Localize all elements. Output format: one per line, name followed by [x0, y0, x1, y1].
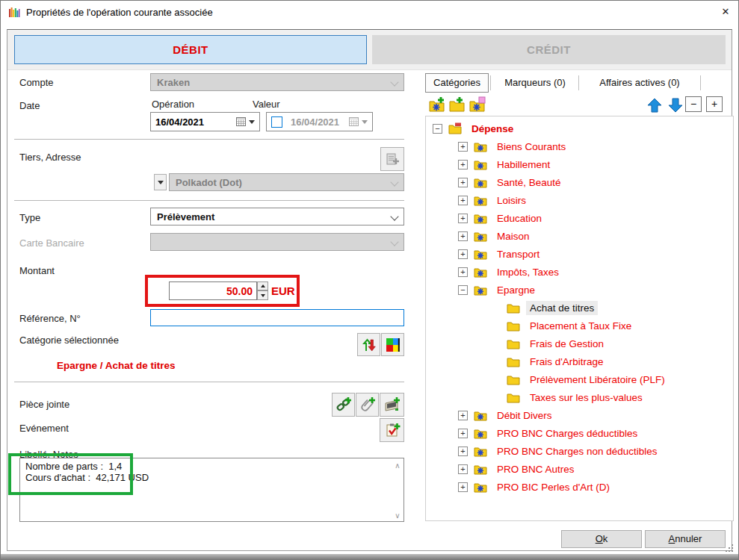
expand-icon[interactable]: +	[458, 411, 468, 420]
swap-arrows-icon	[362, 337, 377, 352]
tree-item[interactable]: +Maison	[426, 227, 733, 245]
operation-date-value[interactable]: 16/04/2021	[151, 116, 236, 128]
tree-item-label[interactable]: Débit Divers	[493, 408, 556, 423]
scroll-down-icon[interactable]: ∨	[393, 511, 402, 520]
ok-button[interactable]: Ok	[561, 530, 642, 548]
close-icon[interactable]: ✕	[713, 1, 738, 23]
montant-input[interactable]	[169, 281, 257, 300]
tree-item-label[interactable]: Education	[493, 211, 545, 225]
expand-icon[interactable]: +	[458, 178, 468, 187]
spin-up-button[interactable]	[257, 281, 268, 290]
folder-icon	[474, 481, 487, 493]
collapse-icon[interactable]: −	[433, 124, 442, 134]
add-image-button[interactable]	[380, 393, 404, 417]
tab-debit[interactable]: DÉBIT	[14, 35, 367, 64]
tiers-history-button[interactable]	[154, 174, 167, 190]
tree-item-label[interactable]: Transport	[493, 247, 543, 261]
expand-icon[interactable]: +	[458, 249, 468, 259]
separator	[14, 382, 404, 382]
move-up-button[interactable]	[645, 96, 664, 115]
tree-item[interactable]: Achat de titres	[426, 299, 733, 317]
resize-grip[interactable]	[726, 544, 735, 552]
expand-icon[interactable]: +	[458, 231, 468, 241]
collapse-all-button[interactable]: −	[685, 96, 702, 112]
tree-item[interactable]: +PRO BNC Charges déductibles	[426, 424, 733, 442]
operation-date-picker[interactable]: 16/04/2021	[150, 112, 260, 131]
montant-stepper[interactable]	[257, 281, 268, 300]
tree-item-label[interactable]: Maison	[493, 229, 534, 243]
swap-category-button[interactable]	[357, 333, 380, 356]
expand-icon[interactable]: +	[458, 482, 468, 492]
tree-item-label[interactable]: Santé, Beauté	[493, 175, 565, 190]
tree-item[interactable]: +PRO BIC Perles d'Art (D)	[426, 478, 733, 496]
tab-categories[interactable]: Catégories	[425, 73, 489, 93]
chevron-down-icon[interactable]	[390, 212, 398, 220]
expand-icon[interactable]: +	[458, 267, 468, 277]
tree-item[interactable]: +Transport	[426, 245, 733, 263]
tree-item[interactable]: +Impôts, Taxes	[426, 263, 733, 281]
tree-item[interactable]: Placement à Taux Fixe	[426, 317, 733, 335]
reference-input[interactable]	[150, 309, 404, 326]
notes-textarea[interactable]: Nombre de parts : 1,4 Cours d'achat : 42…	[19, 458, 404, 522]
expand-icon[interactable]: +	[458, 464, 468, 474]
move-down-button[interactable]	[666, 96, 685, 115]
edit-category-button[interactable]	[468, 95, 487, 114]
type-select[interactable]: Prélèvement	[150, 208, 404, 225]
category-tree[interactable]: −Dépense+Biens Courants+Habillement+Sant…	[425, 116, 734, 521]
add-link-button[interactable]	[332, 393, 355, 417]
tree-item-label[interactable]: Epargne	[493, 283, 539, 297]
tree-item[interactable]: −Epargne	[426, 281, 733, 299]
scroll-up-icon[interactable]: ∧	[393, 461, 402, 470]
tree-item-label[interactable]: PRO BIC Perles d'Art (D)	[493, 480, 613, 494]
tab-affaires-actives[interactable]: Affaires actives (0)	[584, 75, 696, 91]
tree-item-label[interactable]: PRO BNC Autres	[493, 462, 578, 476]
tree-item-label[interactable]: Achat de titres	[526, 301, 598, 315]
tree-item-label[interactable]: Placement à Taux Fixe	[526, 319, 635, 333]
tree-item[interactable]: +Education	[426, 209, 733, 227]
tree-item[interactable]: +Débit Divers	[426, 406, 733, 424]
folder-icon	[474, 158, 487, 170]
new-category-button[interactable]	[427, 95, 447, 114]
collapse-icon[interactable]: −	[458, 285, 468, 295]
valeur-date-picker[interactable]: 16/04/2021	[266, 112, 373, 131]
expand-icon[interactable]: +	[458, 196, 468, 205]
calendar-icon[interactable]	[236, 117, 246, 126]
tree-item[interactable]: +Loisirs	[426, 191, 733, 209]
expand-icon[interactable]: +	[458, 160, 468, 169]
category-colors-button[interactable]	[381, 333, 404, 356]
expand-all-button[interactable]: +	[706, 96, 723, 112]
expand-icon[interactable]: +	[458, 214, 468, 223]
new-subcategory-button[interactable]	[448, 95, 467, 114]
tree-item[interactable]: Frais de Gestion	[426, 335, 733, 352]
tree-item-label[interactable]: Dépense	[468, 122, 517, 136]
tree-item-label[interactable]: Prélèvement Libératoire (PLF)	[526, 373, 669, 387]
cancel-button[interactable]: Annuler	[645, 530, 726, 548]
tree-item-label[interactable]: Taxes sur les plus-values	[526, 391, 646, 405]
expand-icon[interactable]: +	[458, 447, 468, 456]
tree-item-label[interactable]: PRO BNC Charges non déductibles	[493, 444, 661, 458]
tree-item[interactable]: +Biens Courants	[426, 137, 733, 155]
expand-icon[interactable]: +	[458, 142, 468, 152]
expand-icon[interactable]: +	[458, 429, 468, 438]
tree-item[interactable]: +Habillement	[426, 155, 733, 173]
tree-item[interactable]: Prélèvement Libératoire (PLF)	[426, 370, 733, 388]
tree-item-label[interactable]: Habillement	[493, 158, 554, 172]
tree-item[interactable]: +PRO BNC Charges non déductibles	[426, 442, 733, 460]
add-event-button[interactable]	[380, 418, 404, 442]
tree-item[interactable]: −Dépense	[426, 119, 733, 137]
tree-item-label[interactable]: Frais de Gestion	[526, 337, 607, 351]
spin-down-button[interactable]	[257, 290, 268, 300]
tree-item-label[interactable]: Frais d'Arbitrage	[526, 355, 607, 369]
tree-item[interactable]: +PRO BNC Autres	[426, 460, 733, 478]
valeur-checkbox[interactable]	[271, 116, 282, 128]
tree-item-label[interactable]: PRO BNC Charges déductibles	[493, 426, 641, 441]
tree-item-label[interactable]: Loisirs	[493, 193, 530, 208]
dropdown-arrow-icon[interactable]	[249, 120, 255, 124]
tree-item[interactable]: Taxes sur les plus-values	[426, 388, 733, 406]
tree-item-label[interactable]: Biens Courants	[493, 140, 569, 154]
tree-item[interactable]: Frais d'Arbitrage	[426, 352, 733, 370]
attach-file-button[interactable]	[356, 393, 379, 417]
tree-item-label[interactable]: Impôts, Taxes	[493, 265, 563, 279]
tree-item[interactable]: +Santé, Beauté	[426, 173, 733, 191]
tab-marqueurs[interactable]: Marqueurs (0)	[495, 75, 575, 91]
